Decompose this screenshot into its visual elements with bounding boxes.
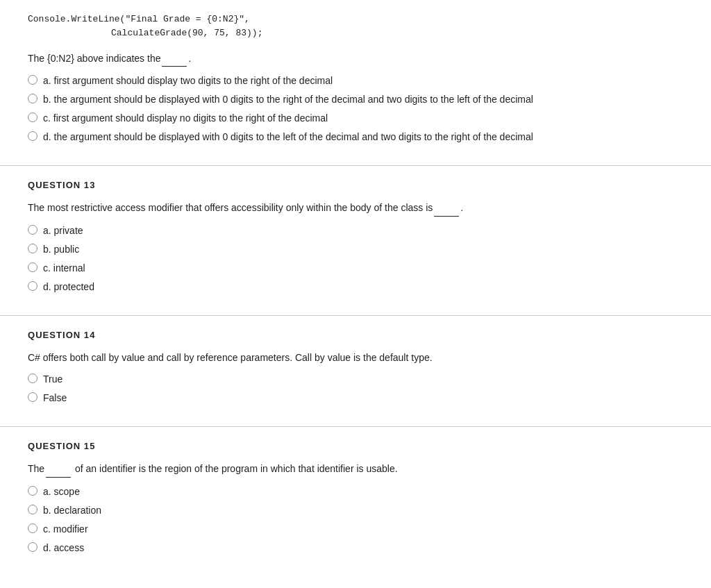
radio-button[interactable]: [28, 505, 37, 514]
list-item[interactable]: a. first argument should display two dig…: [28, 74, 683, 88]
question-14-section: QUESTION 14 C# offers both call by value…: [0, 316, 711, 427]
radio-button[interactable]: [28, 486, 37, 496]
list-item[interactable]: d. the argument should be displayed with…: [28, 130, 683, 144]
code-line1: Console.WriteLine("Final Grade = {0:N2}"…: [28, 14, 250, 24]
top-options-list: a. first argument should display two dig…: [28, 74, 683, 144]
question-14-text: C# offers both call by value and call by…: [28, 350, 683, 365]
list-item[interactable]: b. public: [28, 242, 683, 257]
radio-button[interactable]: [28, 281, 37, 291]
question-15-header: QUESTION 15: [28, 441, 683, 451]
option-label: d. protected: [43, 280, 94, 294]
list-item[interactable]: c. internal: [28, 261, 683, 276]
option-label: c. internal: [43, 261, 85, 276]
top-question-section: Console.WriteLine("Final Grade = {0:N2}"…: [0, 0, 711, 166]
radio-button[interactable]: [28, 131, 37, 141]
option-label: True: [43, 372, 62, 387]
option-label: c. modifier: [43, 522, 88, 537]
radio-button[interactable]: [28, 373, 37, 383]
list-item[interactable]: False: [28, 391, 683, 405]
list-item[interactable]: d. access: [28, 541, 683, 555]
list-item[interactable]: True: [28, 372, 683, 387]
blank: [162, 51, 187, 67]
top-question-text: The {0:N2} above indicates the .: [28, 51, 683, 67]
question-13-text: The most restrictive access modifier tha…: [28, 200, 683, 216]
radio-button[interactable]: [28, 94, 37, 103]
radio-button[interactable]: [28, 542, 37, 552]
blank: [434, 200, 459, 216]
option-label: False: [43, 391, 67, 405]
radio-button[interactable]: [28, 225, 37, 235]
option-label: a. scope: [43, 485, 80, 499]
code-line2: CalculateGrade(90, 75, 83));: [111, 28, 262, 38]
radio-button[interactable]: [28, 392, 37, 402]
option-label: d. access: [43, 541, 84, 555]
question-14-options: True False: [28, 372, 683, 405]
option-label: d. the argument should be displayed with…: [43, 130, 533, 144]
list-item[interactable]: c. modifier: [28, 522, 683, 537]
radio-button[interactable]: [28, 523, 37, 533]
question-15-options: a. scope b. declaration c. modifier d. a…: [28, 485, 683, 555]
option-label: a. private: [43, 224, 83, 238]
option-label: b. public: [43, 242, 79, 257]
list-item[interactable]: d. protected: [28, 280, 683, 294]
code-block: Console.WriteLine("Final Grade = {0:N2}"…: [28, 12, 683, 40]
question-13-header: QUESTION 13: [28, 180, 683, 190]
radio-button[interactable]: [28, 75, 37, 85]
option-label: b. the argument should be displayed with…: [43, 92, 533, 107]
question-13-section: QUESTION 13 The most restrictive access …: [0, 166, 711, 315]
question-14-header: QUESTION 14: [28, 330, 683, 340]
question-15-section: QUESTION 15 The of an identifier is the …: [0, 427, 711, 576]
list-item[interactable]: b. the argument should be displayed with…: [28, 92, 683, 107]
question-15-text: The of an identifier is the region of th…: [28, 461, 683, 477]
question-13-options: a. private b. public c. internal d. prot…: [28, 224, 683, 294]
list-item[interactable]: a. private: [28, 224, 683, 238]
page-container: Console.WriteLine("Final Grade = {0:N2}"…: [0, 0, 711, 576]
option-label: c. first argument should display no digi…: [43, 111, 328, 126]
radio-button[interactable]: [28, 244, 37, 253]
blank: [46, 461, 71, 477]
list-item[interactable]: b. declaration: [28, 503, 683, 518]
radio-button[interactable]: [28, 262, 37, 272]
option-label: b. declaration: [43, 503, 101, 518]
option-label: a. first argument should display two dig…: [43, 74, 333, 88]
list-item[interactable]: a. scope: [28, 485, 683, 499]
radio-button[interactable]: [28, 112, 37, 122]
list-item[interactable]: c. first argument should display no digi…: [28, 111, 683, 126]
